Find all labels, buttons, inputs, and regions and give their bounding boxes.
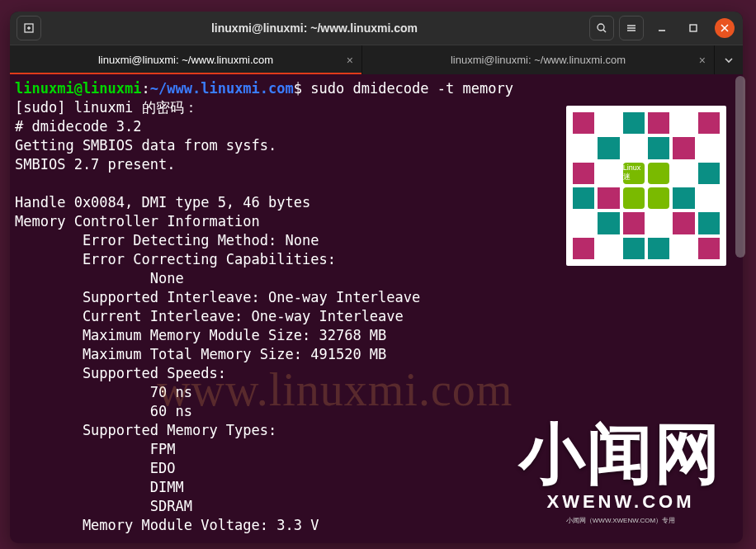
window-title: linuxmi@linuxmi: ~/www.linuxmi.com — [41, 21, 588, 35]
brand-big: 小闻网 — [497, 417, 744, 491]
svg-rect-9 — [690, 25, 697, 31]
qr-code: Linux迷 — [566, 106, 726, 266]
tab-dropdown-button[interactable] — [715, 45, 743, 74]
titlebar: linuxmi@linuxmi: ~/www.linuxmi.com — [10, 12, 743, 45]
hamburger-icon — [626, 22, 637, 34]
tab-2-label: linuxmi@linuxmi: ~/www.linuxmi.com — [451, 54, 626, 66]
brand-tiny: 小闻网（WWW.XWENW.COM）专用 — [497, 516, 744, 525]
scrollbar-thumb[interactable] — [735, 76, 745, 258]
tab-2[interactable]: linuxmi@linuxmi: ~/www.linuxmi.com × — [362, 45, 715, 74]
prompt-command: sudo dmidecode -t memory — [310, 80, 513, 97]
maximize-button[interactable] — [683, 18, 703, 38]
tab-bar: linuxmi@linuxmi: ~/www.linuxmi.com × lin… — [10, 45, 743, 74]
prompt-dollar: $ — [294, 80, 310, 97]
tab-2-close-icon[interactable]: × — [699, 54, 706, 67]
terminal-output: [sudo] linuxmi 的密码： # dmidecode 3.2 Gett… — [15, 99, 420, 533]
search-icon — [596, 22, 607, 34]
close-button[interactable] — [715, 18, 735, 38]
tab-1[interactable]: linuxmi@linuxmi: ~/www.linuxmi.com × — [10, 45, 362, 74]
tab-1-close-icon[interactable]: × — [347, 54, 353, 67]
brand-small: XWENW.COM — [497, 491, 744, 513]
close-icon — [721, 24, 729, 32]
tab-1-label: linuxmi@linuxmi: ~/www.linuxmi.com — [98, 54, 273, 66]
brand-overlay: 小闻网 XWENW.COM 小闻网（WWW.XWENW.COM）专用 — [497, 417, 744, 544]
search-button[interactable] — [589, 16, 614, 40]
chevron-down-icon — [724, 55, 734, 65]
window-controls — [652, 18, 735, 38]
minimize-button[interactable] — [652, 18, 672, 38]
qr-center-label: Linux迷 — [623, 163, 645, 184]
maximize-icon — [689, 24, 697, 32]
menu-button[interactable] — [619, 16, 644, 40]
svg-point-3 — [598, 24, 604, 31]
new-tab-button[interactable] — [17, 16, 41, 40]
prompt-userhost: linuxmi@linuxmi — [15, 80, 142, 97]
prompt-path: ~/www.linuxmi.com — [150, 80, 294, 97]
minimize-icon — [658, 24, 666, 32]
prompt-colon: : — [142, 80, 150, 97]
svg-line-4 — [603, 30, 606, 32]
terminal-scrollbar[interactable] — [735, 76, 745, 536]
